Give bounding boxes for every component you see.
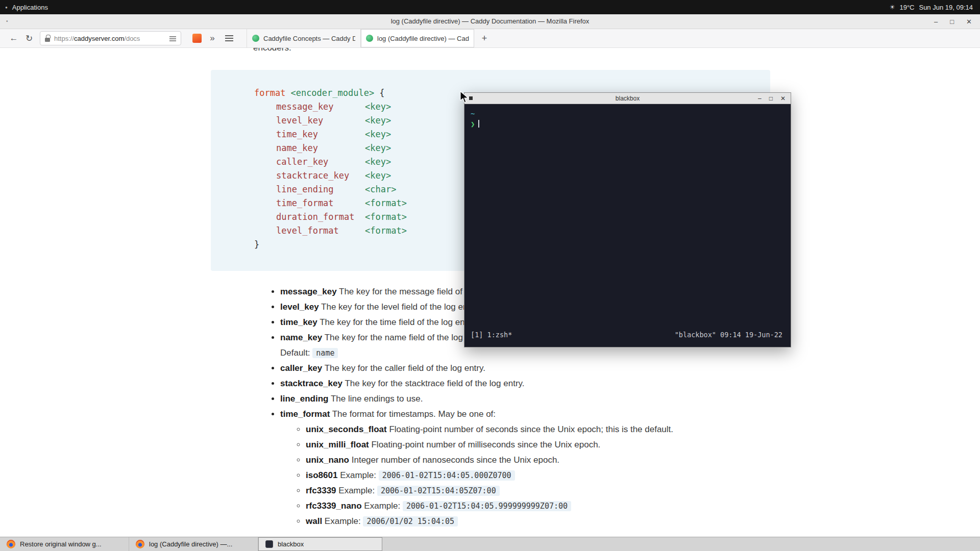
applications-label: Applications [12,4,48,11]
inline-code: 2006-01-02T15:04:05.999999999Z07:00 [403,501,571,511]
browser-toolbar: ← ↻ https://caddyserver.com/docs » Caddy… [0,29,980,48]
tab-caddyfile-concepts[interactable]: Caddyfile Concepts — Caddy Documentation [247,29,360,47]
url-path: /docs [124,35,140,42]
shell-prompt: ❯ [471,120,475,128]
plus-icon: + [482,33,487,44]
list-item: stacktrace_key The key for the stacktrac… [280,376,695,391]
blackbox-terminal-window: blackbox – □ ✕ ~ ❯ [1] 1:zsh* "blackbox"… [464,92,791,347]
taskbar-item-restore-window[interactable]: Restore original window g... [0,537,129,551]
list-item: unix_nano Integer number of nanoseconds … [306,453,695,468]
text-cursor [478,120,479,128]
temperature-label: 19°C [899,4,914,11]
system-top-bar: ● Applications ☀ 19°C Sun Jun 19, 09:14 [0,0,980,14]
applications-menu[interactable]: ● Applications [0,4,48,11]
default-value-line: Default: name [280,345,695,361]
clock-label: Sun Jun 19, 09:14 [919,4,973,11]
list-item: time_format The format for timestamps. M… [280,407,695,529]
firefox-icon [136,540,144,548]
inline-code: 2006-01-02T15:04:05.000Z0700 [379,470,515,481]
inline-code: 2006-01-02T15:04:05Z07:00 [377,486,500,496]
tmux-status-bar: [1] 1:zsh* "blackbox" 09:14 19-Jun-22 [471,331,782,339]
lock-icon[interactable] [45,38,50,42]
url-host: caddyserver.com [74,35,124,42]
caddy-favicon [252,35,259,42]
code-placeholder: <encoder_module> [290,88,374,98]
caddy-favicon [366,35,373,42]
menu-icon[interactable] [225,35,233,41]
maximize-icon[interactable]: □ [950,18,954,26]
terminal-titlebar[interactable]: blackbox – □ ✕ [464,93,791,104]
list-item: rfc3339_nano Example: 2006-01-02T15:04:0… [306,498,695,514]
terminal-window-controls: – □ ✕ [758,95,791,102]
overflow-icon: » [210,33,214,43]
tab-strip: Caddyfile Concepts — Caddy Documentation… [247,29,474,47]
tab-log-directive[interactable]: log (Caddyfile directive) — Caddy Docume… [360,29,474,47]
reload-icon: ↻ [26,33,33,44]
firefox-titlebar[interactable]: • log (Caddyfile directive) — Caddy Docu… [0,14,980,29]
tmux-status-left: [1] 1:zsh* [471,331,512,339]
time-format-sublist: unix_seconds_float Floating-point number… [280,422,695,529]
terminal-screen[interactable]: ~ ❯ [1] 1:zsh* "blackbox" 09:14 19-Jun-2… [464,104,791,347]
mouse-cursor [460,91,471,106]
window-title: log (Caddyfile directive) — Caddy Docume… [0,14,980,29]
back-icon: ← [10,33,18,43]
firefox-icon [7,540,15,548]
maximize-icon[interactable]: □ [769,95,773,102]
reload-button[interactable]: ↻ [21,31,37,46]
terminal-icon [265,540,273,548]
list-item: wall Example: 2006/01/02 15:04:05 [306,514,695,529]
url-text[interactable]: https://caddyserver.com/docs [54,35,165,42]
list-item: rfc3339 Example: 2006-01-02T15:04:05Z07:… [306,483,695,498]
list-item: unix_milli_float Floating-point number o… [306,437,695,453]
extension-icon[interactable] [192,34,202,43]
url-bar[interactable]: https://caddyserver.com/docs [40,31,181,45]
toolbar-overflow-button[interactable]: » [206,31,219,46]
taskbar-item-log-directive[interactable]: log (Caddyfile directive) —... [129,537,258,551]
minimize-icon[interactable]: – [758,95,762,102]
clipped-paragraph: encoders: [253,48,291,53]
reader-mode-icon[interactable] [169,35,176,42]
terminal-title: blackbox [464,95,791,102]
inline-code: name [312,348,338,358]
applications-icon: ● [5,5,8,10]
window-controls: – □ ✕ [934,14,972,29]
cwd-indicator: ~ [471,110,475,118]
minimize-icon[interactable]: – [934,18,938,26]
tmux-status-right: "blackbox" 09:14 19-Jun-22 [675,331,782,339]
tab-label: Caddyfile Concepts — Caddy Documentation [263,35,355,42]
new-tab-button[interactable]: + [477,31,492,46]
code-keyword: format [254,88,285,98]
weather-icon: ☀ [890,4,895,11]
window-dot-icon: • [6,14,8,29]
close-icon[interactable]: ✕ [966,18,972,26]
close-icon[interactable]: ✕ [780,95,786,102]
inline-code: 2006/01/02 15:04:05 [363,516,458,527]
taskbar-item-blackbox[interactable]: blackbox [258,537,382,551]
back-button[interactable]: ← [6,31,21,46]
tab-label: log (Caddyfile directive) — Caddy Docume… [377,35,469,42]
list-item: iso8601 Example: 2006-01-02T15:04:05.000… [306,468,695,483]
system-status-area: ☀ 19°C Sun Jun 19, 09:14 [890,4,980,11]
list-item: caller_key The key for the caller field … [280,361,695,376]
url-protocol: https:// [54,35,74,42]
list-item: unix_seconds_float Floating-point number… [306,422,695,437]
list-item: line_ending The line endings to use. [280,391,695,407]
taskbar: Restore original window g... log (Caddyf… [0,537,980,551]
